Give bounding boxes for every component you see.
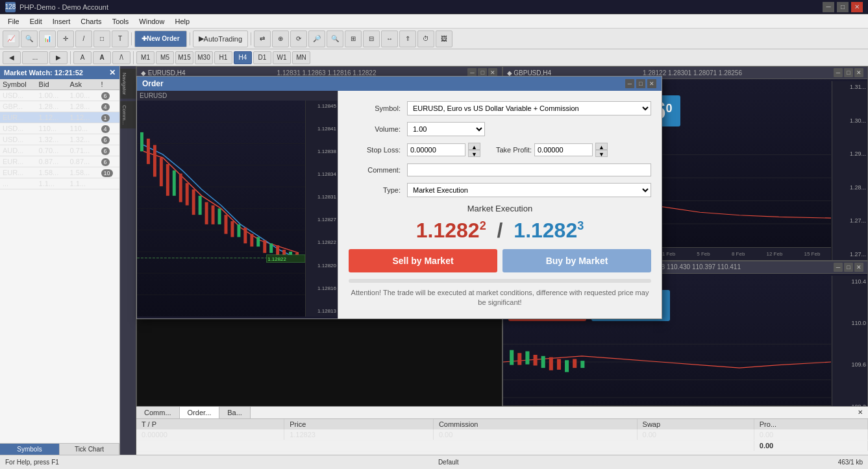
market-watch-row[interactable]: USD... 1.00... 1.00... 6 xyxy=(0,90,119,101)
svg-rect-86 xyxy=(173,171,176,196)
tf-m15[interactable]: M15 xyxy=(175,51,193,64)
tb-extra-2[interactable]: ⊕ xyxy=(272,30,289,47)
bottom-close-btn[interactable]: ✕ xyxy=(852,407,868,418)
order-dialog-close[interactable]: ✕ xyxy=(647,79,656,88)
comment-input[interactable] xyxy=(407,163,651,176)
menu-window[interactable]: Window xyxy=(134,16,169,27)
toolbar2-input[interactable]: ... xyxy=(22,51,48,64)
toolbar2-arrow2[interactable]: ▶ xyxy=(49,51,68,64)
gbpusd-minimize-btn[interactable]: ─ xyxy=(834,68,843,77)
minimize-button[interactable]: ─ xyxy=(823,2,834,12)
mw-symbol: ... xyxy=(0,178,36,189)
toolbar-rect-btn[interactable]: □ xyxy=(93,30,110,47)
timeframe-toolbar: ◀ ... ▶ A A /\ M1 M5 M15 M30 H1 H4 D1 W1… xyxy=(0,49,868,66)
col-profit: Pro... xyxy=(754,419,867,429)
tab-symbols[interactable]: Symbols xyxy=(0,444,60,455)
tb-extra-10[interactable]: ⏱ xyxy=(417,30,434,47)
tb-extra-5[interactable]: 🔍 xyxy=(327,30,343,47)
volume-select[interactable]: 1.00 xyxy=(407,122,485,136)
svg-rect-93 xyxy=(218,208,221,224)
gbpusd-restore-btn[interactable]: □ xyxy=(844,68,853,77)
market-watch-row[interactable]: ... 1.1... 1.1... xyxy=(0,178,119,189)
menu-tools[interactable]: Tools xyxy=(107,16,134,27)
sl-up-btn[interactable]: ▲ xyxy=(468,143,480,150)
menu-edit[interactable]: Edit xyxy=(25,16,47,27)
market-watch-header: Market Watch: 12:21:52 ✕ xyxy=(0,66,119,79)
menu-help[interactable]: Help xyxy=(169,16,195,27)
maximize-button[interactable]: □ xyxy=(837,2,849,12)
type-select[interactable]: Market Execution xyxy=(407,183,651,197)
market-watch-row[interactable]: GBP... 1.28... 1.28... 4 xyxy=(0,101,119,112)
svg-rect-96 xyxy=(237,224,240,237)
tb-extra-1[interactable]: ⇄ xyxy=(254,30,271,47)
close-button[interactable]: ✕ xyxy=(851,2,863,12)
usdjpy-restore-btn[interactable]: □ xyxy=(844,263,853,272)
tb-extra-4[interactable]: 🔎 xyxy=(308,30,325,47)
menu-file[interactable]: File xyxy=(3,16,25,27)
menu-charts[interactable]: Charts xyxy=(75,16,106,27)
toolbar-zoom-btn[interactable]: 🔍 xyxy=(21,30,38,47)
tb-extra-3[interactable]: ⟳ xyxy=(290,30,307,47)
toolbar2-textb[interactable]: A xyxy=(93,51,111,64)
tb-extra-7[interactable]: ⊟ xyxy=(363,30,380,47)
usdjpy-close-btn[interactable]: ✕ xyxy=(854,263,863,272)
autotrading-button[interactable]: ▶ AutoTrading xyxy=(193,30,249,47)
bottom-tab-balance[interactable]: Ba... xyxy=(219,407,251,418)
market-watch-row[interactable]: USD... 1.32... 1.32... 6 xyxy=(0,134,119,145)
bottom-tab-comm[interactable]: Comm... xyxy=(136,407,180,418)
market-watch-row[interactable]: USD... 110... 110... 4 xyxy=(0,123,119,134)
toolbar-crosshair-btn[interactable]: ✛ xyxy=(57,30,74,47)
order-dialog-minimize[interactable]: ─ xyxy=(625,79,634,88)
market-watch-row[interactable]: EUR... 1.58... 1.58... 10 xyxy=(0,167,119,178)
buy-by-market-button[interactable]: Buy by Market xyxy=(502,249,651,272)
tf-d1[interactable]: D1 xyxy=(253,51,271,64)
tab-tick-chart[interactable]: Tick Chart xyxy=(60,444,119,455)
symbol-select[interactable]: EURUSD, Euro vs US Dollar Variable + Com… xyxy=(407,101,651,115)
mw-spread: 4 xyxy=(99,101,119,112)
bottom-tab-orders[interactable]: Order... xyxy=(180,407,220,418)
mw-symbol: EUR... xyxy=(0,112,36,123)
sl-down-btn[interactable]: ▼ xyxy=(468,150,480,157)
sell-by-market-button[interactable]: Sell by Market xyxy=(349,249,497,272)
tb-extra-11[interactable]: 🖼 xyxy=(436,30,453,47)
mini-chart-header: EURUSD xyxy=(137,91,338,101)
market-watch-row[interactable]: AUD... 0.70... 0.71... 6 xyxy=(0,145,119,156)
tb-extra-6[interactable]: ⊞ xyxy=(345,30,362,47)
tf-m30[interactable]: M30 xyxy=(195,51,213,64)
tf-h1[interactable]: H1 xyxy=(214,51,232,64)
order-dialog-restore[interactable]: □ xyxy=(636,79,645,88)
toolbar2-draw[interactable]: /\ xyxy=(112,51,130,64)
usdjpy-minimize-btn[interactable]: ─ xyxy=(834,263,843,272)
market-watch-close[interactable]: ✕ xyxy=(109,68,116,77)
tp-up-btn[interactable]: ▲ xyxy=(595,143,608,150)
nav-col-comm[interactable]: Comm... xyxy=(120,101,136,128)
tf-m5[interactable]: M5 xyxy=(156,51,174,64)
tb-extra-8[interactable]: ↔ xyxy=(381,30,398,47)
new-order-button[interactable]: ✚ New Order xyxy=(134,30,187,47)
tf-m1[interactable]: M1 xyxy=(136,51,155,64)
svg-rect-84 xyxy=(160,158,163,186)
toolbar-indicators-btn[interactable]: 📊 xyxy=(39,30,56,47)
menu-insert[interactable]: Insert xyxy=(47,16,76,27)
toolbar2-text[interactable]: A xyxy=(73,51,92,64)
nav-col-navigator[interactable]: Navigator xyxy=(120,69,136,99)
take-profit-input[interactable] xyxy=(534,143,593,156)
tf-w1[interactable]: W1 xyxy=(273,51,291,64)
toolbar-new-chart-btn[interactable]: 📈 xyxy=(3,30,19,47)
toolbar-line-btn[interactable]: / xyxy=(75,30,92,47)
toolbar2-arrow[interactable]: ◀ xyxy=(3,51,21,64)
tf-h4[interactable]: H4 xyxy=(234,51,252,64)
main-toolbar: 📈 🔍 📊 ✛ / □ T ✚ New Order ▶ AutoTrading … xyxy=(0,29,868,49)
gbpusd-close-btn[interactable]: ✕ xyxy=(854,68,863,77)
stop-loss-input[interactable] xyxy=(407,143,465,156)
mw-bid: 0.70... xyxy=(36,145,68,156)
svg-rect-65 xyxy=(549,357,552,370)
market-watch-row[interactable]: EUR... 1.12... 1.12... 1 xyxy=(0,112,119,123)
tp-down-btn[interactable]: ▼ xyxy=(595,150,608,157)
tb-extra-9[interactable]: ⇑ xyxy=(399,30,416,47)
toolbar-text-btn[interactable]: T xyxy=(112,30,129,47)
market-exec-label: Market Execution xyxy=(349,204,651,213)
tf-mn[interactable]: MN xyxy=(292,51,310,64)
col-ask: Ask xyxy=(68,79,99,90)
market-watch-row[interactable]: EUR... 0.87... 0.87... 6 xyxy=(0,156,119,167)
